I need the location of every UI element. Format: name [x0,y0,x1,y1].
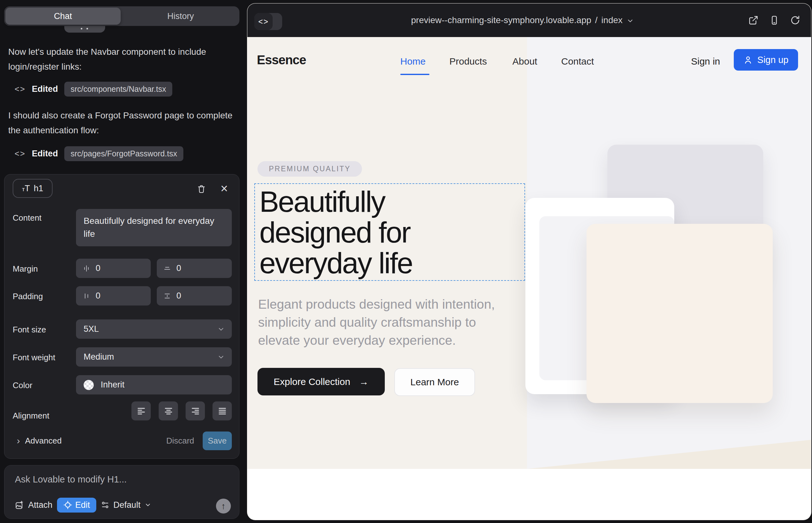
sidebar-tabbar: Chat History [4,6,240,26]
chat-sidebar: Chat History Now let's update the Navbar… [0,0,247,523]
tab-chat[interactable]: Chat [5,7,121,25]
hero-heading-line: designed for [259,217,412,248]
padding-y-icon [163,292,171,300]
font-weight-value: Medium [84,352,114,362]
send-button[interactable]: ↑ [216,499,231,513]
margin-x-input[interactable]: 0 [76,259,151,278]
content-label: Content [13,213,41,223]
chevron-right-icon: › [17,435,20,446]
mode-label: Default [113,500,141,510]
explore-collection-button[interactable]: Explore Collection → [258,368,385,395]
hero-badge: PREMIUM QUALITY [258,161,362,177]
font-size-value: 5XL [84,324,99,334]
font-weight-select[interactable]: Medium [76,347,232,366]
refresh-button[interactable] [790,15,800,25]
margin-x-value: 0 [96,264,100,273]
prompt-toolbar: Attach Edit Default [15,497,152,513]
decor-card-beige [586,224,773,403]
content-textarea[interactable]: Beautifully designed for everyday life [76,209,232,246]
prompt-box: Attach Edit Default ↑ [4,465,240,519]
element-editor-panel: тT h1 × Content Beautifully designed for… [4,174,240,459]
active-nav-underline [400,74,429,75]
font-weight-label: Font weight [13,353,55,362]
attach-image-icon [15,500,24,510]
element-tag-pill[interactable]: тT h1 [13,179,53,198]
align-center-button[interactable] [159,401,178,420]
padding-label: Padding [13,292,43,301]
font-size-select[interactable]: 5XL [76,320,232,339]
learn-more-button[interactable]: Learn More [394,368,475,396]
preview-header: <> preview--charming-site-symphony.lovab… [247,3,811,37]
save-button[interactable]: Save [203,432,232,450]
padding-x-input[interactable]: 0 [76,286,151,306]
beige-wedge-shape [527,440,811,469]
user-icon [743,55,753,65]
chat-message: Now let's update the Navbar component to… [8,44,233,74]
file-chip[interactable]: src/components/Navbar.tsx [64,82,173,96]
mobile-view-button[interactable] [769,15,779,25]
open-external-button[interactable] [748,15,758,25]
align-center-icon [164,406,173,416]
type-icon: тT [22,184,30,194]
delete-element-button[interactable] [194,182,208,196]
hero-description: Elegant products designed with intention… [258,295,515,349]
discard-button[interactable]: Discard [163,432,198,450]
alignment-label: Alignment [13,411,49,421]
margin-y-input[interactable]: 0 [157,259,232,278]
align-justify-icon [217,406,227,416]
chat-message: I should also create a Forgot Password p… [8,108,233,138]
preview-url: preview--charming-site-symphony.lovable.… [411,15,591,25]
nav-link-contact[interactable]: Contact [561,56,594,67]
mode-selector[interactable]: Default [101,500,152,510]
edited-file-row: <> Edited src/components/Navbar.tsx [15,81,172,97]
padding-x-value: 0 [96,291,100,301]
preview-actions [748,3,800,37]
code-icon: <> [15,84,25,94]
loading-dot [81,28,82,30]
chevron-down-icon [217,353,225,361]
nav-link-about[interactable]: About [512,56,537,67]
signup-button[interactable]: Sign up [734,49,798,71]
align-left-button[interactable] [131,401,151,420]
signup-label: Sign up [757,55,788,65]
attach-label: Attach [28,500,53,510]
tab-history[interactable]: History [123,7,239,25]
align-justify-button[interactable] [212,401,232,420]
preview-url-bar[interactable]: preview--charming-site-symphony.lovable.… [411,3,634,37]
nav-link-products[interactable]: Products [449,56,487,67]
advanced-toggle[interactable]: › Advanced [17,435,62,446]
edit-mode-button[interactable]: Edit [57,498,96,512]
margin-y-value: 0 [176,264,181,273]
cta-primary-label: Explore Collection [273,376,350,387]
prompt-input[interactable] [15,474,230,490]
site-brand[interactable]: Essence [257,53,306,67]
edited-action-label: Edited [32,149,58,159]
margin-x-icon [82,264,91,273]
hero-heading[interactable]: Beautifully designed for everyday life [259,186,412,278]
loading-dot [86,28,88,30]
hero-heading-line: Beautifully [259,186,412,217]
refresh-icon [790,15,800,25]
color-label: Color [13,381,32,390]
file-chip[interactable]: src/pages/ForgotPassword.tsx [64,146,183,161]
code-icon: <> [254,13,273,30]
hero-heading-line: everyday life [259,248,412,278]
arrow-right-icon: → [359,376,369,387]
chevron-down-icon [144,502,152,508]
trash-icon [197,184,206,194]
color-select[interactable]: Inherit [76,375,232,395]
padding-y-input[interactable]: 0 [157,286,232,306]
edited-action-label: Edited [32,84,58,94]
attach-button[interactable]: Attach [15,500,53,510]
chevron-down-icon [217,325,225,333]
sliders-icon [101,501,110,509]
signin-button[interactable]: Sign in [691,56,720,67]
nav-link-home[interactable]: Home [400,56,426,67]
close-panel-button[interactable]: × [217,181,231,195]
align-right-button[interactable] [186,401,205,420]
code-view-toggle[interactable]: <> [254,13,282,30]
arrow-up-icon: ↑ [222,501,226,511]
align-left-icon [137,406,146,416]
font-size-label: Font size [13,325,46,335]
code-icon: <> [15,149,25,159]
